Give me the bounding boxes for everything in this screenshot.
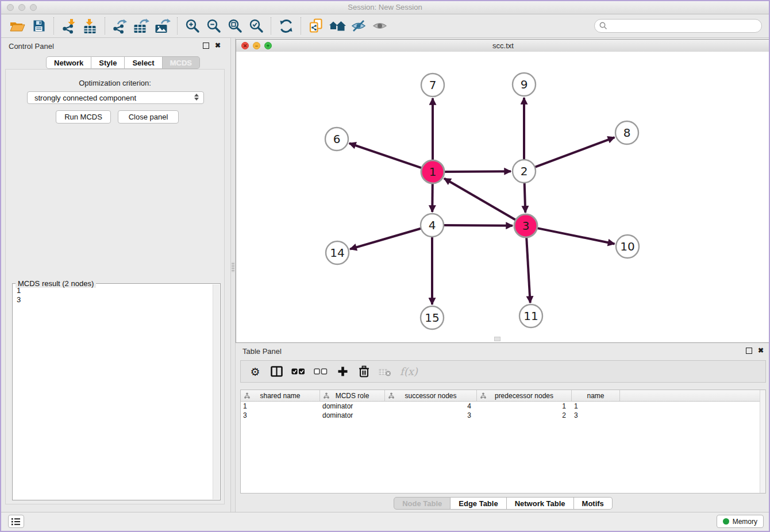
eye-slash-icon — [351, 19, 366, 33]
table-row[interactable]: 1dominator411 — [241, 402, 765, 411]
table-row[interactable]: 3dominator323 — [241, 411, 765, 420]
refresh-icon — [279, 19, 294, 33]
function-builder-icon: f(x) — [400, 365, 418, 379]
tab-mcds[interactable]: MCDS — [163, 56, 200, 69]
column-layout-icon[interactable] — [270, 365, 283, 379]
column-header-shared-name[interactable]: shared name — [241, 390, 320, 401]
horizontal-splitter-grip[interactable] — [494, 337, 500, 341]
task-history-button[interactable] — [8, 515, 24, 528]
tab-network[interactable]: Network — [46, 56, 91, 69]
column-header-mcds-role[interactable]: MCDS role — [320, 390, 385, 401]
zoom-selected-button[interactable] — [245, 16, 267, 36]
edge-2-3[interactable] — [525, 182, 526, 213]
node-7[interactable]: 7 — [421, 74, 444, 97]
cell-name[interactable]: 3 — [572, 411, 620, 420]
tab-edge-table[interactable]: Edge Table — [451, 497, 506, 510]
edge-3-10[interactable] — [536, 228, 615, 244]
cell-name[interactable]: 1 — [572, 402, 620, 411]
import-network-button[interactable] — [58, 16, 79, 36]
deselect-all-rows-icon[interactable] — [314, 365, 328, 379]
memory-button[interactable]: Memory — [717, 515, 764, 528]
edge-1-6[interactable] — [349, 143, 423, 168]
node-1[interactable]: 1 — [421, 160, 444, 183]
node-15[interactable]: 15 — [421, 306, 444, 329]
node-3[interactable]: 3 — [514, 214, 537, 237]
cell-shared-name[interactable]: 3 — [241, 411, 320, 420]
zoom-out-button[interactable] — [203, 16, 224, 36]
tab-motifs[interactable]: Motifs — [574, 497, 613, 510]
mcds-panel: Optimization criterion: strongly connect… — [5, 69, 225, 504]
result-scrollbar[interactable] — [213, 284, 220, 499]
edge-1-2[interactable] — [443, 171, 511, 172]
select-all-rows-icon[interactable] — [291, 365, 305, 379]
add-row-icon[interactable] — [336, 365, 349, 379]
edge-1-4[interactable] — [432, 182, 433, 212]
zoom-out-icon — [206, 18, 221, 33]
column-header-successor-nodes[interactable]: successor nodes — [385, 390, 477, 401]
app-titlebar: Session: New Session — [1, 1, 769, 14]
search-input[interactable] — [594, 19, 762, 33]
node-14[interactable]: 14 — [326, 241, 349, 264]
tab-network-table[interactable]: Network Table — [507, 497, 574, 510]
export-table-button[interactable] — [130, 16, 152, 36]
first-neighbors-button[interactable] — [326, 16, 348, 36]
mcds-result-list[interactable]: 13 — [13, 286, 212, 499]
edge-4-14[interactable] — [350, 228, 422, 249]
edge-4-3[interactable] — [442, 225, 513, 226]
node-9[interactable]: 9 — [513, 73, 536, 96]
table-scrollbar[interactable] — [760, 390, 765, 493]
vertical-splitter[interactable] — [230, 38, 236, 512]
new-network-from-selection-button[interactable] — [305, 16, 326, 36]
network-view-window: ✕ − + scc.txt 1234678910111415 — [236, 39, 770, 343]
toolbar-separator — [53, 17, 54, 34]
zoom-fit-button[interactable] — [224, 16, 245, 36]
table-settings-gear-icon[interactable]: ⚙ — [249, 365, 261, 379]
cell-predecessor-nodes[interactable]: 1 — [477, 402, 572, 411]
float-panel-icon[interactable] — [203, 43, 209, 49]
node-11[interactable]: 11 — [519, 304, 542, 327]
table-toolbar: ⚙ — [240, 360, 766, 383]
edge-2-8[interactable] — [534, 137, 615, 168]
column-header-name[interactable]: name — [572, 390, 620, 401]
node-8[interactable]: 8 — [615, 121, 638, 144]
edge-3-11[interactable] — [526, 236, 530, 303]
cell-predecessor-nodes[interactable]: 2 — [477, 411, 572, 420]
refresh-view-button[interactable] — [275, 16, 297, 36]
tab-select[interactable]: Select — [125, 56, 162, 69]
memory-label: Memory — [733, 518, 757, 526]
export-image-button[interactable] — [152, 16, 173, 36]
cell-mcds-role[interactable]: dominator — [320, 411, 385, 420]
toolbar-separator — [271, 17, 271, 34]
cell-successor-nodes[interactable]: 3 — [385, 411, 477, 420]
tab-node-table[interactable]: Node Table — [394, 497, 451, 510]
network-canvas[interactable]: 1234678910111415 — [236, 52, 770, 342]
optimization-criterion-select[interactable]: strongly connected component — [27, 91, 204, 104]
tab-style[interactable]: Style — [91, 56, 125, 69]
column-label: MCDS role — [336, 392, 369, 400]
cell-shared-name[interactable]: 1 — [241, 402, 320, 411]
main-toolbar — [1, 14, 769, 38]
open-session-button[interactable] — [7, 16, 28, 36]
node-2[interactable]: 2 — [513, 160, 536, 183]
node-10[interactable]: 10 — [616, 235, 639, 258]
show-all-button[interactable] — [369, 16, 390, 36]
close-panel-icon[interactable]: ✖ — [215, 43, 221, 49]
node-4[interactable]: 4 — [421, 214, 444, 237]
cell-mcds-role[interactable]: dominator — [320, 402, 385, 411]
zoom-in-button[interactable] — [182, 16, 203, 36]
column-header-predecessor-nodes[interactable]: predecessor nodes — [477, 390, 572, 401]
save-session-button[interactable] — [28, 16, 49, 36]
delete-row-icon[interactable] — [357, 365, 370, 379]
splitter-grip[interactable] — [232, 262, 234, 272]
edge-3-1[interactable] — [444, 179, 517, 221]
close-panel-button[interactable]: Close panel — [118, 110, 179, 124]
import-table-button[interactable] — [79, 16, 101, 36]
cell-successor-nodes[interactable]: 4 — [385, 402, 477, 411]
close-table-panel-icon[interactable]: ✖ — [758, 348, 764, 354]
run-mcds-button[interactable]: Run MCDS — [56, 110, 111, 124]
hide-selected-button[interactable] — [348, 16, 369, 36]
node-table[interactable]: shared nameMCDS rolesuccessor nodesprede… — [240, 390, 766, 494]
export-network-button[interactable] — [109, 16, 130, 36]
float-table-panel-icon[interactable] — [746, 348, 752, 354]
node-6[interactable]: 6 — [325, 128, 348, 151]
